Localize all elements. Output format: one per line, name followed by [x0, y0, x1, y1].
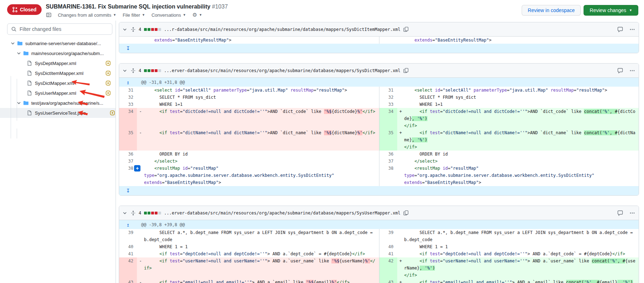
line-number[interactable]: [119, 122, 137, 129]
collapse-sidebar-icon[interactable]: [46, 12, 52, 18]
pr-number: #1037: [212, 4, 228, 10]
collapse-file-chevron-icon[interactable]: [122, 27, 128, 32]
code-line: </if>: [404, 122, 639, 129]
changes-from-dropdown[interactable]: Changes from all commits▼: [58, 12, 116, 18]
tree-file-sysuserservicetest-java[interactable]: SysUserServiceTest.java: [0, 108, 116, 118]
line-number[interactable]: [379, 272, 397, 279]
add-comment-button[interactable]: +: [134, 165, 140, 172]
line-number[interactable]: 40: [379, 243, 397, 250]
line-number[interactable]: 32: [379, 94, 397, 101]
copy-path-icon[interactable]: [403, 68, 409, 73]
line-number[interactable]: [119, 143, 137, 151]
line-number[interactable]: [379, 37, 397, 44]
tree-folder-submarine-server-server-database-[interactable]: submarine-server/server-database/...: [7, 38, 111, 48]
review-changes-button[interactable]: Review changes▼: [584, 5, 638, 16]
file-icon: [27, 110, 32, 116]
tree-item-label: SysDictMapper.xml: [35, 81, 74, 86]
line-number[interactable]: 33: [379, 101, 397, 108]
tree-folder-main-resources-org-apache-subm-[interactable]: main/resources/org/apache/subm...: [7, 48, 111, 58]
line-number[interactable]: 39: [379, 229, 397, 243]
tree-file-sysdictitemmapper-xml[interactable]: SysDictItemMapper.xml: [7, 68, 111, 78]
line-number[interactable]: 43: [119, 279, 137, 283]
collapse-file-chevron-icon[interactable]: [122, 68, 128, 74]
tree-item-label: main/resources/org/apache/subm...: [31, 51, 104, 56]
line-number[interactable]: 35: [379, 129, 397, 143]
code-line: extends="BaseEntityResultMap">: [144, 37, 379, 44]
copy-path-icon[interactable]: [403, 210, 409, 216]
line-number[interactable]: [119, 272, 137, 279]
chevron-down-icon: ▼: [142, 13, 145, 17]
line-number[interactable]: 43: [379, 279, 397, 283]
line-number[interactable]: 31: [119, 87, 137, 94]
file-header: 4...erver-database/src/main/resources/or…: [119, 206, 639, 220]
line-number[interactable]: [379, 143, 397, 151]
conversations-dropdown[interactable]: Conversations▼: [151, 12, 186, 18]
hunk-range: @@ -39,8 +39,8 @@: [137, 220, 639, 229]
tree-file-sysdeptmapper-xml[interactable]: SysDeptMapper.xml: [7, 58, 111, 68]
expand-down-button[interactable]: ↧: [119, 44, 137, 53]
kebab-menu-icon[interactable]: [629, 210, 635, 216]
diff-settings-dropdown[interactable]: ⚙▼: [192, 12, 202, 18]
diff-marker: +: [397, 257, 404, 272]
diff-marker: [397, 122, 404, 129]
diff-marker: [397, 94, 404, 101]
line-number[interactable]: [379, 179, 397, 186]
line-number[interactable]: [379, 172, 397, 179]
file-filter-dropdown[interactable]: File filter▼: [123, 12, 145, 18]
search-icon: [11, 26, 17, 32]
drag-handle-icon[interactable]: [131, 210, 136, 216]
line-number[interactable]: 35: [119, 129, 137, 143]
chevron-down-icon: [16, 100, 22, 106]
line-number[interactable]: 40: [119, 243, 137, 250]
copy-path-icon[interactable]: [403, 27, 409, 32]
file-icon: [27, 90, 32, 96]
line-number[interactable]: [379, 122, 397, 129]
line-number[interactable]: 41: [379, 250, 397, 257]
kebab-menu-icon[interactable]: [629, 27, 635, 32]
line-number[interactable]: 31: [379, 87, 397, 94]
diff-stat-squares: [144, 212, 161, 214]
line-number[interactable]: 41: [119, 250, 137, 257]
line-number[interactable]: 33: [119, 101, 137, 108]
diff-marker: [397, 37, 404, 44]
line-number[interactable]: [119, 172, 137, 179]
line-number[interactable]: 42: [379, 257, 397, 272]
code-line: <if test="deptCode!=null and deptCode!='…: [404, 250, 639, 257]
diff-marker: [137, 37, 144, 44]
drag-handle-icon[interactable]: [131, 68, 136, 74]
line-number[interactable]: 36: [119, 151, 137, 158]
file-icon: [27, 60, 32, 66]
collapse-file-chevron-icon[interactable]: [122, 210, 128, 216]
line-number[interactable]: 39: [119, 229, 137, 243]
drag-handle-icon[interactable]: [131, 27, 136, 32]
diff-marker: [137, 179, 144, 186]
line-number[interactable]: 38: [379, 165, 397, 172]
line-number[interactable]: 32: [119, 94, 137, 101]
review-in-codespace-button[interactable]: Review in codespace: [522, 5, 581, 16]
tree-file-sysdictmapper-xml[interactable]: SysDictMapper.xml: [7, 78, 111, 88]
diff-marker: [137, 87, 144, 94]
tree-file-sysusermapper-xml[interactable]: SysUserMapper.xml: [7, 88, 111, 98]
tree-folder-test-java-org-apache-submarine-s-[interactable]: test/java/org/apache/submarine/s...: [7, 98, 111, 108]
code-line: extends="BaseEntityResultMap">: [144, 179, 379, 186]
line-number[interactable]: [119, 37, 137, 44]
comment-icon[interactable]: [617, 27, 623, 32]
kebab-menu-icon[interactable]: [629, 68, 635, 74]
diff-marker: [397, 87, 404, 94]
line-number[interactable]: 37: [379, 158, 397, 165]
line-number[interactable]: 36: [379, 151, 397, 158]
comment-icon[interactable]: [617, 68, 623, 74]
filter-changed-files-input[interactable]: [20, 26, 108, 32]
line-number[interactable]: 37: [119, 158, 137, 165]
line-number[interactable]: 34: [119, 108, 137, 122]
expand-up-button[interactable]: ↥: [119, 220, 137, 229]
expand-down-button[interactable]: ↧: [119, 186, 137, 195]
line-number[interactable]: 42: [119, 257, 137, 272]
expand-up-button[interactable]: ↥: [119, 78, 137, 87]
expand-row: ↧: [119, 186, 639, 195]
diff-marker: [137, 101, 144, 108]
comment-icon[interactable]: [617, 210, 623, 216]
line-number[interactable]: 34: [379, 108, 397, 122]
diff-marker: [397, 243, 404, 250]
line-number[interactable]: [119, 179, 137, 186]
